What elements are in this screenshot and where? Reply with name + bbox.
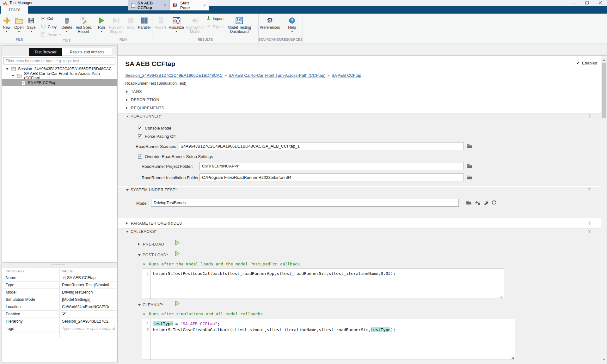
close-button[interactable] <box>594 0 607 6</box>
refresh-icon[interactable] <box>490 199 497 206</box>
resize-grip-icon[interactable] <box>511 356 514 359</box>
breadcrumb-test-link[interactable]: SA AEB CCFtap <box>332 73 361 78</box>
test-spec-report-button[interactable]: Test Spec Report <box>74 15 93 34</box>
browse-folder-icon[interactable] <box>466 143 473 149</box>
use-current-model-icon[interactable] <box>474 199 481 206</box>
open-button[interactable]: Open <box>13 15 25 33</box>
section-sut-header[interactable]: SYSTEM UNDER TEST* <box>126 188 177 192</box>
force-pacing-off-checkbox[interactable]: ✓ <box>138 134 142 138</box>
preferences-button[interactable]: ⚙ Preferences <box>260 15 280 30</box>
toolbar: New Open Save FILE ✂ Cut <box>0 14 607 43</box>
help-icon[interactable]: ? <box>588 187 591 192</box>
section-parameter-overrides[interactable]: PARAMETER OVERRIDES <box>126 221 182 226</box>
scroll-up-icon[interactable] <box>603 58 605 61</box>
help-icon[interactable]: ? <box>588 113 591 118</box>
run-cleanup-button[interactable] <box>175 300 180 306</box>
delete-button[interactable]: Delete <box>60 15 74 33</box>
roadrunner-scenario-input[interactable] <box>179 142 463 150</box>
section-roadrunner-header[interactable]: ROADRUNNER* <box>126 114 162 118</box>
section-description[interactable]: DESCRIPTION <box>126 98 159 102</box>
tab-results-and-artifacts[interactable]: Results and Artifacts <box>62 48 112 56</box>
override-setup-checkbox[interactable]: ✓ <box>138 155 142 159</box>
tab-test-browser[interactable]: Test Browser <box>29 48 62 56</box>
model-input[interactable] <box>151 199 459 207</box>
cleanup-code-editor[interactable]: 1 2 testType = "SA AEB CCFtap"; helperSL… <box>142 319 515 360</box>
property-row-enabled[interactable]: Enabled ✓ <box>2 311 117 318</box>
help-button[interactable]: ? Help <box>285 15 299 33</box>
property-row-simulation-mode[interactable]: Simulation Mode [Model Settings] <box>2 296 117 303</box>
caret-down-icon[interactable] <box>18 31 20 33</box>
test-spec-report-icon <box>80 15 87 26</box>
restore-button[interactable] <box>580 0 594 6</box>
subsection-cleanup[interactable]: CLEANUP* <box>138 303 164 307</box>
breadcrumb: Session_24A9643B127C2C49EA1966DE1BD48CAC… <box>125 73 361 78</box>
resize-grip-icon[interactable] <box>500 295 503 298</box>
property-row-hierarchy[interactable]: Hierarchy Session_24A9643B127C2... <box>2 318 117 325</box>
property-row-model[interactable]: Model DrivingTestBench <box>2 289 117 296</box>
open-model-icon[interactable] <box>482 199 489 206</box>
parallel-button[interactable]: Parallel <box>137 15 151 30</box>
save-icon <box>28 15 35 26</box>
save-button[interactable]: Save <box>25 15 37 33</box>
run-postload-button[interactable] <box>175 251 180 256</box>
console-mode-checkbox[interactable]: ✓ <box>138 126 142 130</box>
tab-sa-aeb-ccftap[interactable]: SA AEB CCFtap × <box>128 0 170 10</box>
caret-down-icon[interactable] <box>101 31 102 33</box>
caret-down-icon[interactable] <box>66 31 68 33</box>
property-row-location[interactable]: Location C:\Work\24a\EuroNCAP\Dri... <box>2 303 117 311</box>
close-tab-icon[interactable]: × <box>164 3 166 8</box>
import-button[interactable]: Import <box>206 15 224 22</box>
scrollbar-thumb[interactable] <box>602 63 606 118</box>
subsection-post-load[interactable]: POST-LOAD* <box>138 253 168 257</box>
tab-tests[interactable]: TESTS <box>1 6 28 14</box>
filter-tests-input[interactable] <box>3 57 115 64</box>
caret-down-icon[interactable] <box>291 31 293 33</box>
test-enabled-checkbox[interactable]: ✓ <box>576 61 580 65</box>
panel-splitter-handle[interactable] <box>51 264 65 265</box>
help-icon[interactable]: ? <box>588 221 591 226</box>
expander-down-icon[interactable] <box>6 68 9 71</box>
scroll-down-icon[interactable] <box>603 359 605 362</box>
browse-folder-icon[interactable] <box>466 174 473 180</box>
install-folder-input[interactable] <box>199 173 463 181</box>
breadcrumb-session-link[interactable]: Session_24A9643B127C2C49EA1966DE1BD48CAC <box>125 73 223 78</box>
copy-button[interactable]: Copy <box>41 23 59 30</box>
property-row-tags[interactable]: Tags <box>2 325 117 332</box>
content-scrollbar[interactable] <box>601 56 606 364</box>
open-icon <box>15 15 23 26</box>
browse-folder-icon[interactable] <box>466 163 473 169</box>
breadcrumb-suite-link[interactable]: SA AEB Car-to-Car Front Turn-Across-Path… <box>229 73 325 78</box>
cleanup-hint-row[interactable]: Runs after simulations and all model cal… <box>144 312 263 316</box>
postload-code-editor[interactable]: 1 helperSLTestPostLoadCallback(sltest_ro… <box>142 269 504 299</box>
cut-button[interactable]: ✂ Cut <box>41 15 59 22</box>
property-row-type[interactable]: Type RoadRunner Test (Simulati... <box>2 282 117 289</box>
subsection-pre-load[interactable]: PRE-LOAD <box>138 242 164 246</box>
caret-down-icon[interactable] <box>6 31 8 33</box>
section-requirements[interactable]: REQUIREMENTS <box>126 106 164 110</box>
folder-icon <box>17 74 22 78</box>
project-folder-input[interactable] <box>199 162 463 170</box>
browse-folder-icon[interactable] <box>465 199 472 206</box>
caret-down-icon[interactable] <box>175 31 177 33</box>
property-row-name[interactable]: Name SA AEB CCFtap <box>2 274 117 282</box>
new-button[interactable]: New <box>1 15 13 33</box>
section-callbacks-header[interactable]: CALLBACKS* <box>126 229 157 234</box>
tree-item-test-selected[interactable]: SA AEB CCFtap <box>2 79 117 86</box>
tags-input[interactable] <box>62 326 116 331</box>
expander-down-icon <box>138 304 141 307</box>
section-tags[interactable]: TAGS <box>126 89 142 94</box>
minimize-button[interactable] <box>567 0 580 6</box>
help-icon[interactable]: ? <box>588 229 591 234</box>
model-testing-dashboard-button[interactable]: Model Testing Dashboard <box>226 15 253 34</box>
close-tab-icon[interactable]: × <box>203 3 206 8</box>
postload-hint-row[interactable]: Runs after the model loads and the model… <box>144 262 300 266</box>
tab-start-page[interactable]: Start Page × <box>170 0 209 10</box>
matlab-logo-icon <box>3 1 7 5</box>
caret-down-icon[interactable] <box>30 31 32 33</box>
run-preload-button[interactable] <box>175 240 180 246</box>
run-button[interactable]: Run <box>95 15 108 33</box>
tree-item-suite[interactable]: SA AEB Car-to-Car Front Turn-Across-Path… <box>2 72 117 79</box>
enabled-checkbox[interactable]: ✓ <box>62 312 66 316</box>
visualize-button[interactable]: Visualize <box>168 15 185 33</box>
expander-down-icon[interactable] <box>12 75 14 78</box>
